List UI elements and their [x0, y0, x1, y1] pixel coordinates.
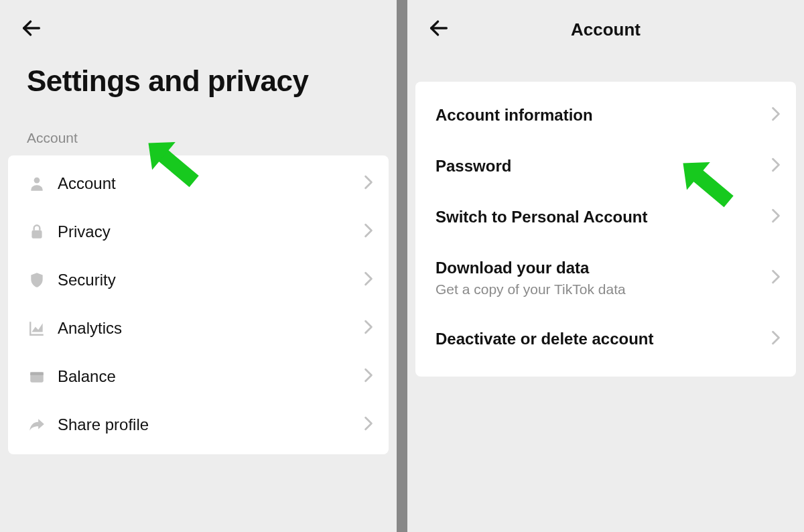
settings-panel: Settings and privacy Account Account Pri… [0, 0, 397, 532]
header-bar [0, 0, 397, 47]
share-icon [25, 416, 48, 434]
svg-rect-1 [31, 230, 42, 239]
section-label-account: Account [0, 98, 397, 155]
row-privacy[interactable]: Privacy [8, 208, 389, 256]
chevron-right-icon [363, 368, 374, 385]
header-bar: Account [407, 0, 804, 47]
row-label: Security [58, 271, 363, 289]
row-label: Password [436, 157, 770, 176]
wallet-icon [25, 368, 48, 385]
row-label: Analytics [58, 319, 363, 338]
account-card: Account information Password Switch to P… [415, 82, 796, 377]
row-label: Share profile [58, 415, 363, 434]
row-download-data[interactable]: Download your data Get a copy of your Ti… [415, 243, 796, 314]
svg-point-0 [34, 178, 40, 184]
chevron-right-icon [770, 330, 781, 348]
chevron-right-icon [363, 223, 374, 241]
chevron-right-icon [363, 416, 374, 434]
chevron-right-icon [363, 175, 374, 192]
back-arrow-icon[interactable] [20, 17, 43, 42]
shield-icon [25, 271, 48, 289]
row-label: Deactivate or delete account [436, 330, 770, 348]
chevron-right-icon [770, 157, 781, 175]
row-deactivate[interactable]: Deactivate or delete account [415, 314, 796, 364]
row-label: Account [58, 174, 363, 193]
account-panel: Account Account information Password Swi… [407, 0, 804, 532]
chevron-right-icon [770, 107, 781, 124]
row-label: Switch to Personal Account [436, 208, 770, 226]
chevron-right-icon [363, 271, 374, 289]
row-switch-personal[interactable]: Switch to Personal Account [415, 192, 796, 243]
row-analytics[interactable]: Analytics [8, 304, 389, 352]
svg-rect-3 [30, 373, 44, 375]
row-account-information[interactable]: Account information [415, 90, 796, 141]
row-security[interactable]: Security [8, 256, 389, 304]
page-title: Account [407, 19, 804, 40]
row-label: Account information [436, 106, 770, 125]
back-arrow-icon[interactable] [427, 17, 450, 42]
row-label: Balance [58, 367, 363, 386]
lock-icon [25, 223, 48, 241]
chevron-right-icon [770, 269, 781, 287]
person-icon [25, 175, 48, 192]
chevron-right-icon [363, 320, 374, 337]
chevron-right-icon [770, 208, 781, 226]
row-share-profile[interactable]: Share profile [8, 401, 389, 449]
row-sublabel: Get a copy of your TikTok data [436, 281, 770, 297]
page-title: Settings and privacy [0, 47, 397, 98]
row-label: Privacy [58, 222, 363, 241]
row-account[interactable]: Account [8, 159, 389, 208]
settings-card: Account Privacy Security [8, 155, 389, 454]
row-password[interactable]: Password [415, 141, 796, 192]
analytics-icon [25, 320, 48, 337]
row-label: Download your data [436, 259, 770, 277]
row-balance[interactable]: Balance [8, 352, 389, 401]
